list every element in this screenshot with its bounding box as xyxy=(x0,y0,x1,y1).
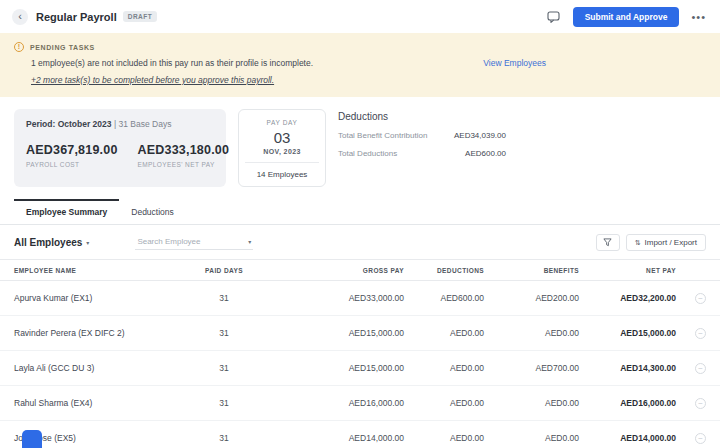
col-deductions: DEDUCTIONS xyxy=(404,267,484,274)
deductions-cell: AED0.00 xyxy=(404,398,484,408)
header: ‹ Regular Payroll DRAFT Submit and Appro… xyxy=(0,0,720,33)
net-pay-cell: AED14,000.00 xyxy=(579,433,676,443)
filter-funnel-icon xyxy=(603,238,612,247)
table-row[interactable]: Apurva Kumar (EX1) 31 AED33,000.00 AED60… xyxy=(0,281,720,316)
chat-widget-button[interactable] xyxy=(22,430,42,448)
back-button[interactable]: ‹ xyxy=(12,9,28,25)
view-employees-link[interactable]: View Employees xyxy=(483,58,546,68)
employee-table-body: Apurva Kumar (EX1) 31 AED33,000.00 AED60… xyxy=(0,281,720,448)
table-header: EMPLOYEE NAME PAID DAYS GROSS PAY DEDUCT… xyxy=(0,259,720,281)
tab-deductions[interactable]: Deductions xyxy=(119,199,186,224)
import-export-icon: ⇅ xyxy=(635,239,641,247)
table-row[interactable]: Jojo Rose (EX5) 31 AED14,000.00 AED0.00 … xyxy=(0,421,720,448)
search-input[interactable] xyxy=(137,237,248,246)
benefits-cell: AED700.00 xyxy=(484,363,579,373)
table-row[interactable]: Ravinder Perera (EX DIFC 2) 31 AED15,000… xyxy=(0,316,720,351)
benefits-cell: AED0.00 xyxy=(484,433,579,443)
deductions-cell: AED0.00 xyxy=(404,363,484,373)
net-pay-cell: AED32,200.00 xyxy=(579,293,676,303)
import-export-button[interactable]: ⇅ Import / Export xyxy=(626,234,706,251)
period-base-days: | 31 Base Days xyxy=(114,119,172,129)
filter-button[interactable] xyxy=(596,234,620,251)
employee-name-cell: Rahul Sharma (EX4) xyxy=(14,398,179,408)
summary-amounts: AED367,819.00 PAYROLL COST AED333,180.00… xyxy=(26,143,214,168)
total-deductions-label: Total Deductions xyxy=(338,149,397,158)
gross-pay-cell: AED16,000.00 xyxy=(269,398,404,408)
page-title: Regular Payroll xyxy=(36,11,117,23)
payroll-page: ‹ Regular Payroll DRAFT Submit and Appro… xyxy=(0,0,720,448)
paid-days-cell: 31 xyxy=(179,398,269,408)
minus-circle-icon: − xyxy=(698,329,703,338)
employee-name-cell: Ravinder Perera (EX DIFC 2) xyxy=(14,328,179,338)
benefit-contribution-label: Total Benefit Contribution xyxy=(338,131,427,140)
col-net-pay: NET PAY xyxy=(579,267,676,274)
payroll-cost-value: AED367,819.00 xyxy=(26,143,118,157)
deductions-summary: Deductions Total Benefit Contribution AE… xyxy=(338,109,506,187)
import-export-label: Import / Export xyxy=(645,238,697,247)
paid-days-cell: 31 xyxy=(179,363,269,373)
deductions-cell: AED0.00 xyxy=(404,433,484,443)
status-badge: DRAFT xyxy=(123,11,158,22)
tab-employee-summary[interactable]: Employee Summary xyxy=(14,199,119,224)
minus-circle-icon: − xyxy=(698,434,703,443)
exclude-employee-button[interactable]: − xyxy=(695,433,706,444)
payday-day: 03 xyxy=(245,129,319,146)
employee-name-cell: Layla Ali (GCC DU 3) xyxy=(14,363,179,373)
minus-circle-icon: − xyxy=(698,399,703,408)
benefits-cell: AED0.00 xyxy=(484,328,579,338)
net-pay-cell: AED16,000.00 xyxy=(579,398,676,408)
tab-bar: Employee Summary Deductions xyxy=(0,199,720,225)
net-pay-group: AED333,180.00 EMPLOYEES' NET PAY xyxy=(138,143,230,168)
exclude-employee-button[interactable]: − xyxy=(695,328,706,339)
search-chevron-down-icon[interactable]: ▾ xyxy=(248,238,251,245)
minus-circle-icon: − xyxy=(698,364,703,373)
payroll-cost-label: PAYROLL COST xyxy=(26,161,118,168)
gross-pay-cell: AED15,000.00 xyxy=(269,363,404,373)
col-paid-days: PAID DAYS xyxy=(179,267,269,274)
chevron-left-icon: ‹ xyxy=(18,10,22,22)
chevron-down-icon: ▾ xyxy=(86,239,89,246)
more-options-button[interactable]: ••• xyxy=(689,11,708,23)
table-row[interactable]: Rahul Sharma (EX4) 31 AED16,000.00 AED0.… xyxy=(0,386,720,421)
payday-label: PAY DAY xyxy=(245,119,319,126)
benefit-contribution-row: Total Benefit Contribution AED34,039.00 xyxy=(338,131,506,140)
paid-days-cell: 31 xyxy=(179,433,269,443)
exclude-employee-button[interactable]: − xyxy=(695,293,706,304)
paid-days-cell: 31 xyxy=(179,328,269,338)
employees-net-pay-label: EMPLOYEES' NET PAY xyxy=(138,161,230,168)
employee-table: EMPLOYEE NAME PAID DAYS GROSS PAY DEDUCT… xyxy=(0,259,720,448)
deductions-cell: AED0.00 xyxy=(404,328,484,338)
header-actions: Submit and Approve ••• xyxy=(547,7,708,27)
col-benefits: BENEFITS xyxy=(484,267,579,274)
banner-title: PENDING TASKS xyxy=(30,44,95,51)
deductions-title: Deductions xyxy=(338,111,506,122)
exclude-employee-button[interactable]: − xyxy=(695,363,706,374)
table-row[interactable]: Layla Ali (GCC DU 3) 31 AED15,000.00 AED… xyxy=(0,351,720,386)
employees-net-pay-value: AED333,180.00 xyxy=(138,143,230,157)
submit-and-approve-button[interactable]: Submit and Approve xyxy=(573,7,680,27)
gross-pay-cell: AED33,000.00 xyxy=(269,293,404,303)
pending-tasks-banner: ! PENDING TASKS 1 employee(s) are not in… xyxy=(0,33,720,97)
payday-card: PAY DAY 03 NOV, 2023 14 Employees xyxy=(238,109,326,187)
banner-message: 1 employee(s) are not included in this p… xyxy=(31,58,313,68)
banner-message-row: 1 employee(s) are not included in this p… xyxy=(14,58,706,68)
exclude-employee-button[interactable]: − xyxy=(695,398,706,409)
toolbar-right: ⇅ Import / Export xyxy=(596,234,706,251)
period-title: Period: October 2023 xyxy=(26,119,112,129)
payday-date: NOV, 2023 xyxy=(245,148,319,163)
search-box: ▾ xyxy=(135,235,253,250)
ellipsis-icon: ••• xyxy=(691,11,706,23)
payday-employee-count: 14 Employees xyxy=(245,170,319,179)
period-label: Period: October 2023 | 31 Base Days xyxy=(26,119,214,129)
employee-filter-label: All Employees xyxy=(14,237,82,248)
col-employee-name: EMPLOYEE NAME xyxy=(14,267,179,274)
table-toolbar: All Employees ▾ ▾ ⇅ Import / Export xyxy=(0,225,720,259)
warning-icon: ! xyxy=(14,42,24,52)
more-tasks-link[interactable]: +2 more task(s) to be completed before y… xyxy=(31,75,274,85)
employee-filter-dropdown[interactable]: All Employees ▾ xyxy=(14,237,89,248)
total-deductions-row: Total Deductions AED600.00 xyxy=(338,149,506,158)
benefits-cell: AED200.00 xyxy=(484,293,579,303)
payroll-cost-group: AED367,819.00 PAYROLL COST xyxy=(26,143,118,168)
comment-button[interactable] xyxy=(547,10,563,24)
col-gross-pay: GROSS PAY xyxy=(269,267,404,274)
